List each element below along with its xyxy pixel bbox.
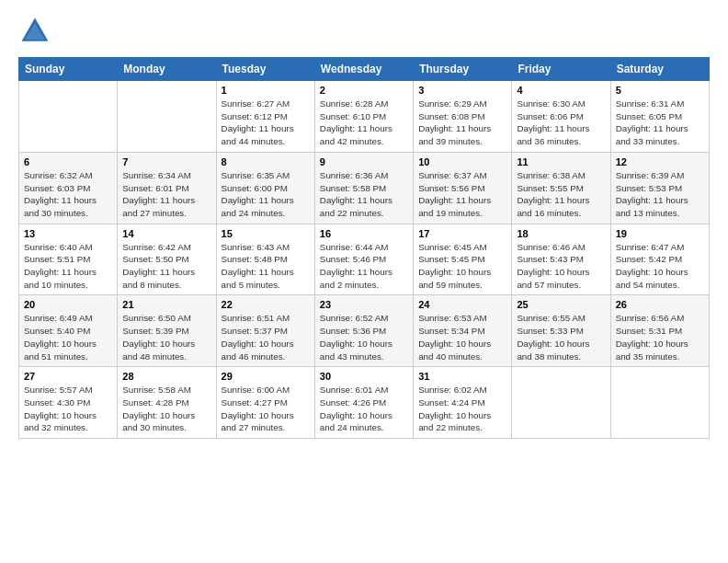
day-info: Sunrise: 6:53 AM Sunset: 5:34 PM Dayligh… <box>418 313 491 361</box>
day-number: 23 <box>320 299 408 310</box>
calendar-cell: 18Sunrise: 6:46 AM Sunset: 5:43 PM Dayli… <box>512 224 610 295</box>
calendar-cell <box>19 81 118 153</box>
day-info: Sunrise: 6:44 AM Sunset: 5:46 PM Dayligh… <box>320 242 392 290</box>
day-number: 7 <box>122 156 210 167</box>
calendar-cell <box>512 367 610 439</box>
calendar-cell: 5Sunrise: 6:31 AM Sunset: 6:05 PM Daylig… <box>610 81 709 153</box>
day-info: Sunrise: 6:55 AM Sunset: 5:33 PM Dayligh… <box>517 313 589 361</box>
day-number: 22 <box>222 299 310 310</box>
week-row-2: 6Sunrise: 6:32 AM Sunset: 6:03 PM Daylig… <box>19 152 710 224</box>
col-header-friday: Friday <box>512 58 610 81</box>
calendar-cell: 1Sunrise: 6:27 AM Sunset: 6:12 PM Daylig… <box>216 81 314 153</box>
calendar-cell: 22Sunrise: 6:51 AM Sunset: 5:37 PM Dayli… <box>216 295 314 367</box>
week-row-4: 20Sunrise: 6:49 AM Sunset: 5:40 PM Dayli… <box>19 295 710 367</box>
day-number: 2 <box>320 85 408 96</box>
calendar-cell: 20Sunrise: 6:49 AM Sunset: 5:40 PM Dayli… <box>19 295 118 367</box>
day-info: Sunrise: 6:45 AM Sunset: 5:45 PM Dayligh… <box>418 242 491 290</box>
week-row-1: 1Sunrise: 6:27 AM Sunset: 6:12 PM Daylig… <box>19 81 710 153</box>
day-number: 3 <box>418 85 506 96</box>
day-info: Sunrise: 6:30 AM Sunset: 6:06 PM Dayligh… <box>517 98 589 146</box>
calendar-cell <box>610 367 709 439</box>
day-number: 10 <box>418 156 506 167</box>
day-info: Sunrise: 5:57 AM Sunset: 4:30 PM Dayligh… <box>24 385 97 432</box>
calendar-cell: 4Sunrise: 6:30 AM Sunset: 6:06 PM Daylig… <box>512 81 610 153</box>
calendar-cell <box>118 81 216 153</box>
calendar-cell: 27Sunrise: 5:57 AM Sunset: 4:30 PM Dayli… <box>19 367 118 439</box>
day-number: 14 <box>122 228 210 239</box>
day-info: Sunrise: 5:58 AM Sunset: 4:28 PM Dayligh… <box>122 385 195 432</box>
logo <box>18 15 55 48</box>
day-info: Sunrise: 6:35 AM Sunset: 6:00 PM Dayligh… <box>222 170 294 218</box>
col-header-sunday: Sunday <box>19 58 118 81</box>
col-header-wednesday: Wednesday <box>314 58 413 81</box>
logo-icon <box>18 15 51 48</box>
day-number: 8 <box>222 156 310 167</box>
day-number: 30 <box>320 371 408 382</box>
day-number: 19 <box>616 228 704 239</box>
calendar-cell: 28Sunrise: 5:58 AM Sunset: 4:28 PM Dayli… <box>118 367 216 439</box>
day-info: Sunrise: 6:50 AM Sunset: 5:39 PM Dayligh… <box>122 313 195 361</box>
day-number: 4 <box>517 85 605 96</box>
day-info: Sunrise: 6:27 AM Sunset: 6:12 PM Dayligh… <box>222 98 294 146</box>
day-info: Sunrise: 6:01 AM Sunset: 4:26 PM Dayligh… <box>320 385 392 432</box>
day-info: Sunrise: 6:34 AM Sunset: 6:01 PM Dayligh… <box>122 170 195 218</box>
calendar-cell: 6Sunrise: 6:32 AM Sunset: 6:03 PM Daylig… <box>19 152 118 224</box>
calendar-cell: 14Sunrise: 6:42 AM Sunset: 5:50 PM Dayli… <box>118 224 216 295</box>
day-number: 31 <box>418 371 506 382</box>
day-number: 27 <box>24 371 112 382</box>
day-info: Sunrise: 6:39 AM Sunset: 5:53 PM Dayligh… <box>616 170 688 218</box>
col-header-tuesday: Tuesday <box>216 58 314 81</box>
day-info: Sunrise: 6:46 AM Sunset: 5:43 PM Dayligh… <box>517 242 589 290</box>
day-number: 26 <box>616 299 704 310</box>
calendar-cell: 21Sunrise: 6:50 AM Sunset: 5:39 PM Dayli… <box>118 295 216 367</box>
day-info: Sunrise: 6:42 AM Sunset: 5:50 PM Dayligh… <box>122 242 195 290</box>
day-info: Sunrise: 6:51 AM Sunset: 5:37 PM Dayligh… <box>222 313 294 361</box>
day-number: 24 <box>418 299 506 310</box>
week-row-3: 13Sunrise: 6:40 AM Sunset: 5:51 PM Dayli… <box>19 224 710 295</box>
day-info: Sunrise: 6:02 AM Sunset: 4:24 PM Dayligh… <box>418 385 491 432</box>
week-row-5: 27Sunrise: 5:57 AM Sunset: 4:30 PM Dayli… <box>19 367 710 439</box>
calendar-body: 1Sunrise: 6:27 AM Sunset: 6:12 PM Daylig… <box>19 81 710 439</box>
day-number: 20 <box>24 299 112 310</box>
calendar-cell: 17Sunrise: 6:45 AM Sunset: 5:45 PM Dayli… <box>414 224 512 295</box>
calendar: SundayMondayTuesdayWednesdayThursdayFrid… <box>18 57 710 439</box>
calendar-cell: 30Sunrise: 6:01 AM Sunset: 4:26 PM Dayli… <box>314 367 413 439</box>
day-number: 28 <box>122 371 210 382</box>
day-info: Sunrise: 6:29 AM Sunset: 6:08 PM Dayligh… <box>418 98 491 146</box>
col-header-monday: Monday <box>118 58 216 81</box>
calendar-cell: 3Sunrise: 6:29 AM Sunset: 6:08 PM Daylig… <box>414 81 512 153</box>
col-header-saturday: Saturday <box>610 58 709 81</box>
day-info: Sunrise: 6:32 AM Sunset: 6:03 PM Dayligh… <box>24 170 97 218</box>
day-number: 11 <box>517 156 605 167</box>
day-info: Sunrise: 6:56 AM Sunset: 5:31 PM Dayligh… <box>616 313 688 361</box>
day-number: 9 <box>320 156 408 167</box>
day-number: 1 <box>222 85 310 96</box>
day-number: 5 <box>616 85 704 96</box>
day-info: Sunrise: 6:28 AM Sunset: 6:10 PM Dayligh… <box>320 98 392 146</box>
calendar-cell: 31Sunrise: 6:02 AM Sunset: 4:24 PM Dayli… <box>414 367 512 439</box>
calendar-cell: 16Sunrise: 6:44 AM Sunset: 5:46 PM Dayli… <box>314 224 413 295</box>
day-info: Sunrise: 6:38 AM Sunset: 5:55 PM Dayligh… <box>517 170 589 218</box>
day-number: 15 <box>222 228 310 239</box>
calendar-cell: 11Sunrise: 6:38 AM Sunset: 5:55 PM Dayli… <box>512 152 610 224</box>
page: SundayMondayTuesdayWednesdayThursdayFrid… <box>0 0 728 563</box>
calendar-cell: 29Sunrise: 6:00 AM Sunset: 4:27 PM Dayli… <box>216 367 314 439</box>
calendar-cell: 24Sunrise: 6:53 AM Sunset: 5:34 PM Dayli… <box>414 295 512 367</box>
calendar-cell: 12Sunrise: 6:39 AM Sunset: 5:53 PM Dayli… <box>610 152 709 224</box>
day-info: Sunrise: 6:40 AM Sunset: 5:51 PM Dayligh… <box>24 242 97 290</box>
day-info: Sunrise: 6:31 AM Sunset: 6:05 PM Dayligh… <box>616 98 688 146</box>
calendar-cell: 13Sunrise: 6:40 AM Sunset: 5:51 PM Dayli… <box>19 224 118 295</box>
calendar-cell: 8Sunrise: 6:35 AM Sunset: 6:00 PM Daylig… <box>216 152 314 224</box>
day-number: 29 <box>222 371 310 382</box>
header <box>18 15 710 48</box>
calendar-cell: 9Sunrise: 6:36 AM Sunset: 5:58 PM Daylig… <box>314 152 413 224</box>
day-info: Sunrise: 6:36 AM Sunset: 5:58 PM Dayligh… <box>320 170 392 218</box>
day-number: 13 <box>24 228 112 239</box>
calendar-cell: 7Sunrise: 6:34 AM Sunset: 6:01 PM Daylig… <box>118 152 216 224</box>
day-info: Sunrise: 6:47 AM Sunset: 5:42 PM Dayligh… <box>616 242 688 290</box>
calendar-cell: 15Sunrise: 6:43 AM Sunset: 5:48 PM Dayli… <box>216 224 314 295</box>
header-row: SundayMondayTuesdayWednesdayThursdayFrid… <box>19 58 710 81</box>
day-number: 6 <box>24 156 112 167</box>
day-number: 18 <box>517 228 605 239</box>
calendar-cell: 10Sunrise: 6:37 AM Sunset: 5:56 PM Dayli… <box>414 152 512 224</box>
